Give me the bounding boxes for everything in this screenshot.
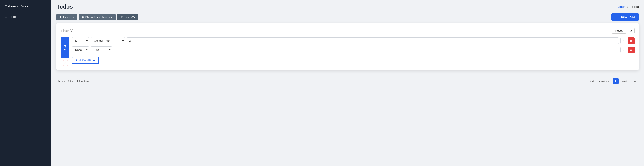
toolbar: ⬆ Export ▾ ◉ Show/Hide columns ▾ ▼ Filte… xyxy=(51,10,644,21)
filter-row-2-delete-button[interactable]: 🗑 xyxy=(628,47,634,53)
filter-body: And ✕ Id Done xyxy=(61,37,634,66)
filter-title: Filter (2) xyxy=(61,29,74,32)
show-hide-label: Show/Hide columns xyxy=(85,15,110,19)
close-filter-button[interactable]: X xyxy=(628,28,634,33)
new-todo-button[interactable]: + + New Todo xyxy=(612,13,639,21)
filter-value-input-1[interactable] xyxy=(127,37,619,44)
new-todo-label: + New Todo xyxy=(618,15,635,19)
filter-header: Filter (2) Reset X xyxy=(61,27,634,34)
first-page-link[interactable]: First xyxy=(587,79,596,84)
last-page-link[interactable]: Last xyxy=(630,79,639,84)
table-footer: Showing 1 to 1 of 1 entries First Previo… xyxy=(51,75,644,87)
sidebar: Tutorials: Basic ≡ Todos xyxy=(0,0,51,166)
sidebar-title: Tutorials: Basic xyxy=(0,0,51,12)
export-chevron-icon: ▾ xyxy=(72,15,74,19)
export-label: Export xyxy=(63,15,71,19)
connector-label: And xyxy=(64,45,67,50)
breadcrumb-current: Todos xyxy=(630,5,639,8)
filter-operator-select-1[interactable]: Greater Than Less Than Equals Not Equals xyxy=(91,37,125,44)
header: Todos Admin / Todos xyxy=(51,0,644,10)
trash-icon-1: 🗑 xyxy=(630,39,633,42)
previous-page-link[interactable]: Previous xyxy=(597,79,611,84)
connector-block: And ✕ xyxy=(61,37,70,66)
delete-connector-button[interactable]: ✕ xyxy=(63,60,68,66)
toolbar-left: ⬆ Export ▾ ◉ Show/Hide columns ▾ ▼ Filte… xyxy=(56,14,138,20)
filter-add-row: Add Condition xyxy=(72,57,634,64)
delete-connector-icon: ✕ xyxy=(64,61,67,65)
content-area: Filter (2) Reset X And ✕ xyxy=(51,21,644,75)
export-icon: ⬆ xyxy=(60,15,62,19)
export-button[interactable]: ⬆ Export ▾ xyxy=(56,14,77,20)
filter-value-select-2[interactable]: True False xyxy=(91,46,112,53)
filter-row-1: Id Done Greater Than Less Than Equals No… xyxy=(72,37,634,44)
breadcrumb-separator: / xyxy=(627,5,628,8)
pagination: First Previous 1 Next Last xyxy=(587,78,639,84)
sidebar-item-todos[interactable]: ≡ Todos xyxy=(0,12,51,21)
connector-delete-area: ✕ xyxy=(61,59,70,66)
main-content: Todos Admin / Todos ⬆ Export ▾ ◉ Show/Hi… xyxy=(51,0,644,166)
chevron-right-icon-2: › xyxy=(623,48,624,51)
show-hide-chevron-icon: ▾ xyxy=(111,15,112,19)
show-hide-button[interactable]: ◉ Show/Hide columns ▾ xyxy=(79,14,116,20)
page-title: Todos xyxy=(56,3,73,10)
add-condition-button[interactable]: Add Condition xyxy=(72,57,99,64)
filter-icon: ▼ xyxy=(120,15,123,19)
filter-button[interactable]: ▼ Filter (2) xyxy=(117,14,138,20)
showing-text: Showing 1 to 1 of 1 entries xyxy=(56,80,90,83)
filter-row-1-delete-button[interactable]: 🗑 xyxy=(628,37,634,44)
current-page-number[interactable]: 1 xyxy=(612,78,618,84)
next-page-link[interactable]: Next xyxy=(620,79,629,84)
breadcrumb-admin-link[interactable]: Admin xyxy=(616,5,625,8)
filter-header-actions: Reset X xyxy=(612,27,634,34)
filter-label: Filter (2) xyxy=(124,15,134,19)
filter-row-2-actions: › 🗑 xyxy=(620,47,634,53)
filter-field-select-1[interactable]: Id Done xyxy=(72,37,89,44)
filter-row-1-expand-button[interactable]: › xyxy=(620,38,626,44)
filter-row-1-actions: › 🗑 xyxy=(620,37,634,44)
filter-field-select-2[interactable]: Done Id xyxy=(72,46,89,53)
filter-connector: And xyxy=(61,37,69,59)
sidebar-item-label: Todos xyxy=(9,15,17,18)
chevron-right-icon: › xyxy=(623,39,624,42)
filter-card: Filter (2) Reset X And ✕ xyxy=(56,23,639,70)
filter-rows: Id Done Greater Than Less Than Equals No… xyxy=(72,37,634,66)
list-icon: ≡ xyxy=(5,15,7,19)
filter-row-2: Done Id True False › 🗑 xyxy=(72,46,634,53)
reset-button[interactable]: Reset xyxy=(612,27,626,34)
breadcrumb: Admin / Todos xyxy=(616,5,639,8)
filter-row-2-expand-button[interactable]: › xyxy=(620,47,626,53)
trash-icon-2: 🗑 xyxy=(630,48,633,52)
eye-icon: ◉ xyxy=(82,15,84,19)
new-todo-plus-icon: + xyxy=(615,15,617,19)
